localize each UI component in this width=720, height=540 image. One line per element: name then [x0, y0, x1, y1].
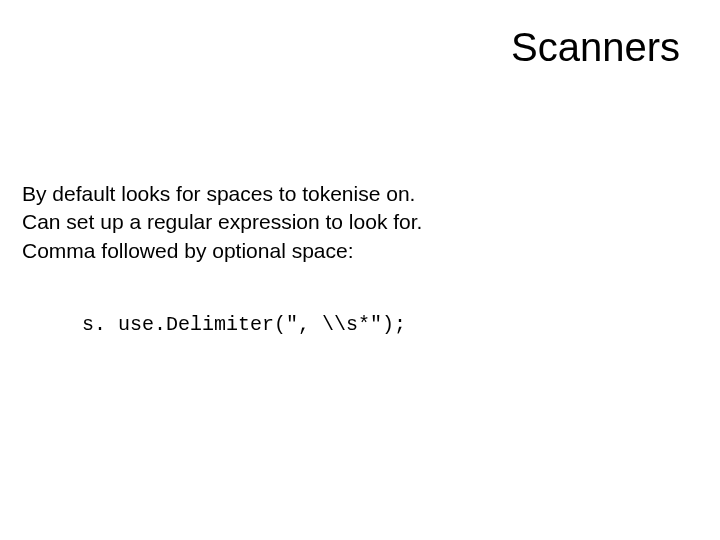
slide-title: Scanners: [20, 25, 690, 70]
code-snippet: s. use.Delimiter(", \\s*");: [20, 313, 690, 336]
body-line-1: By default looks for spaces to tokenise …: [22, 180, 690, 208]
slide: Scanners By default looks for spaces to …: [0, 0, 720, 540]
body-line-2: Can set up a regular expression to look …: [22, 208, 690, 236]
body-line-3: Comma followed by optional space:: [22, 237, 690, 265]
slide-body: By default looks for spaces to tokenise …: [20, 180, 690, 265]
